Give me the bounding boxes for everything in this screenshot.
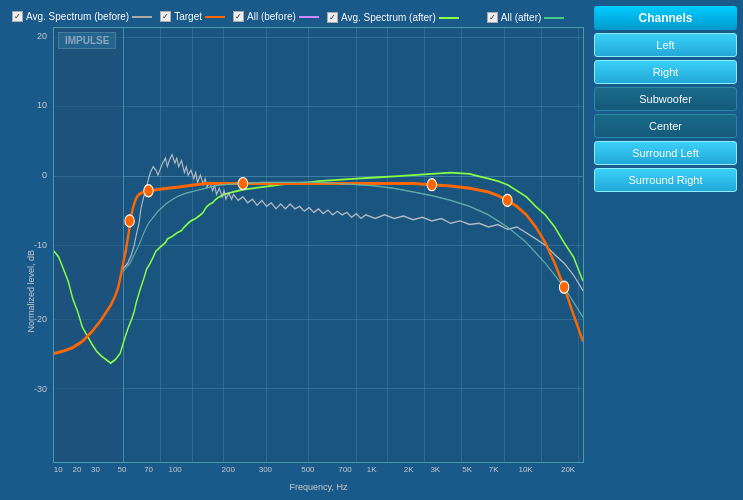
y-axis-ticks: 20 10 0 -10 -20 -30 [8,27,50,463]
chart-wrapper: Normalized level, dB 20 10 0 -10 -20 -30… [8,27,584,463]
y-tick-10: 10 [37,100,47,110]
legend-line-target [205,16,225,18]
x-axis-ticks: 10 20 30 50 70 100 200 300 500 700 1K 2K… [53,463,584,481]
x-tick-500: 500 [301,465,314,474]
all-after-curve [123,182,583,317]
x-tick-10: 10 [54,465,63,474]
x-tick-200: 200 [222,465,235,474]
legend-all-before: ✓ All (before) [233,10,319,23]
legend-target: ✓ Target [160,10,225,23]
legend-label-avg-after: Avg. Spectrum (after) [341,12,436,23]
channel-btn-center[interactable]: Center [594,114,737,138]
x-tick-5k: 5K [462,465,472,474]
y-tick-20: 20 [37,31,47,41]
chart-plot: IMPULSE [53,27,584,463]
legend-label-all-before: All (before) [247,11,296,22]
channel-btn-surround-right[interactable]: Surround Right [594,168,737,192]
legend-checkbox-target[interactable]: ✓ [160,11,171,22]
x-axis-label: Frequency, Hz [53,481,584,492]
channel-btn-surround-left[interactable]: Surround Left [594,141,737,165]
main-container: ✓ Avg. Spectrum (before) ✓ Target ✓ All … [0,0,743,500]
legend-line-avg-after [439,17,459,19]
before-spectrum-curve [123,155,583,291]
chart-svg [54,28,583,462]
channel-btn-subwoofer[interactable]: Subwoofer [594,87,737,111]
y-axis: Normalized level, dB 20 10 0 -10 -20 -30 [8,27,53,463]
legend-checkbox-avg-before[interactable]: ✓ [12,11,23,22]
legend-line-all-after [544,17,564,19]
x-tick-50: 50 [118,465,127,474]
channel-btn-right[interactable]: Right [594,60,737,84]
eq-point-6[interactable] [559,281,568,293]
channel-btn-left[interactable]: Left [594,33,737,57]
eq-point-5[interactable] [503,194,512,206]
y-tick-minus30: -30 [34,384,47,394]
eq-point-1[interactable] [125,215,134,227]
y-tick-0: 0 [42,170,47,180]
legend-checkbox-avg-after[interactable]: ✓ [327,12,338,23]
legend-line-avg-before [132,16,152,18]
legend-checkbox-all-after[interactable]: ✓ [487,12,498,23]
chart-area: ✓ Avg. Spectrum (before) ✓ Target ✓ All … [0,0,588,500]
eq-point-3[interactable] [238,177,247,189]
legend-checkbox-all-before[interactable]: ✓ [233,11,244,22]
x-tick-300: 300 [259,465,272,474]
x-tick-7k: 7K [489,465,499,474]
eq-point-2[interactable] [144,185,153,197]
x-tick-70: 70 [144,465,153,474]
eq-point-4[interactable] [427,179,436,191]
sidebar: Channels Left Right Subwoofer Center Sur… [588,0,743,500]
x-tick-700: 700 [338,465,351,474]
legend-avg-after: ✓ Avg. Spectrum (after) [327,12,459,23]
legend-label-avg-before: Avg. Spectrum (before) [26,11,129,22]
y-tick-minus10: -10 [34,240,47,250]
y-tick-minus20: -20 [34,314,47,324]
svg-rect-0 [54,28,123,462]
legend-all-after: ✓ All (after) [487,12,565,23]
legend-label-target: Target [174,11,202,22]
channels-header: Channels [594,6,737,30]
x-tick-2k: 2K [404,465,414,474]
legend: ✓ Avg. Spectrum (before) ✓ Target ✓ All … [8,8,584,27]
x-tick-3k: 3K [430,465,440,474]
all-before-curve [123,182,583,317]
legend-avg-before: ✓ Avg. Spectrum (before) [12,10,152,23]
x-tick-20k: 20K [561,465,575,474]
x-tick-10k: 10K [518,465,532,474]
x-tick-30: 30 [91,465,100,474]
x-tick-20: 20 [72,465,81,474]
x-tick-1k: 1K [367,465,377,474]
legend-label-all-after: All (after) [501,12,542,23]
legend-line-all-before [299,16,319,18]
x-tick-100: 100 [168,465,181,474]
